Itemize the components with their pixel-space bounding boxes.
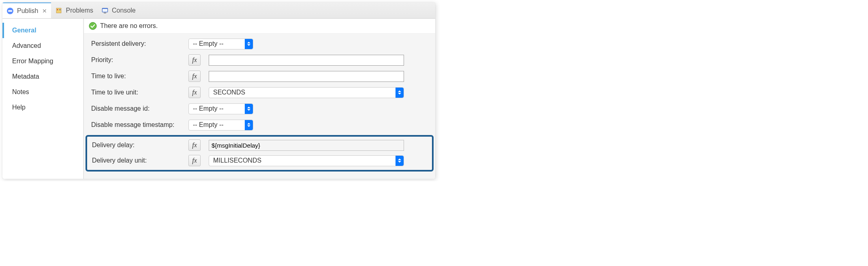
publish-icon (6, 7, 14, 15)
sidebar-item-notes[interactable]: Notes (2, 84, 83, 100)
highlighted-section: Delivery delay: fx Delivery delay unit: … (86, 135, 434, 172)
row-time-to-live: Time to live: fx (91, 70, 428, 82)
tab-publish[interactable]: Publish ✕ (2, 2, 51, 18)
close-icon[interactable]: ✕ (42, 8, 47, 14)
check-ok-icon (89, 22, 97, 30)
fx-button[interactable]: fx (188, 155, 201, 166)
svg-rect-2 (56, 8, 61, 13)
fx-button[interactable]: fx (188, 71, 201, 82)
ttl-unit-dropdown[interactable]: SECONDS (209, 87, 404, 98)
tab-label: Publish (17, 7, 38, 15)
persistent-delivery-dropdown[interactable]: -- Empty -- (188, 39, 253, 49)
delivery-delay-input[interactable] (209, 140, 404, 151)
row-priority: Priority: fx (91, 54, 428, 66)
status-text: There are no errors. (100, 22, 158, 30)
delivery-delay-unit-dropdown[interactable]: MILLISECONDS (209, 155, 404, 166)
sidebar-item-label: Notes (12, 88, 29, 95)
sidebar-item-label: General (12, 27, 36, 34)
row-time-to-live-unit: Time to live unit: fx SECONDS (91, 86, 428, 99)
chevron-updown-icon (245, 120, 253, 130)
svg-rect-7 (104, 13, 106, 13)
dropdown-value: SECONDS (209, 89, 396, 96)
tab-console[interactable]: Console (97, 2, 140, 19)
row-delivery-delay-unit: Delivery delay unit: fx MILLISECONDS (92, 154, 427, 167)
status-bar: There are no errors. (84, 19, 435, 34)
row-delivery-delay: Delivery delay: fx (92, 139, 427, 151)
chevron-updown-icon (245, 39, 253, 49)
label-delivery-delay-unit: Delivery delay unit: (92, 157, 188, 164)
svg-point-4 (60, 9, 61, 11)
sidebar-item-label: Advanced (12, 42, 41, 49)
tab-label: Console (112, 7, 136, 14)
dropdown-value: -- Empty -- (189, 40, 245, 47)
console-icon (101, 7, 109, 14)
sidebar-item-advanced[interactable]: Advanced (2, 38, 83, 54)
row-disable-message-id: Disable message id: -- Empty -- (91, 103, 428, 115)
svg-point-8 (89, 22, 96, 30)
tab-problems[interactable]: Problems (51, 2, 97, 19)
label-persistent-delivery: Persistent delivery: (91, 40, 188, 47)
main-content: There are no errors. Persistent delivery… (83, 19, 435, 179)
disable-message-timestamp-dropdown[interactable]: -- Empty -- (188, 120, 253, 131)
editor-panel: Publish ✕ Problems Console General Advan… (2, 2, 435, 179)
fx-button[interactable]: fx (188, 54, 201, 66)
label-delivery-delay: Delivery delay: (92, 142, 188, 149)
priority-input[interactable] (209, 55, 404, 66)
row-persistent-delivery: Persistent delivery: -- Empty -- (91, 38, 428, 50)
chevron-updown-icon (396, 88, 404, 98)
sidebar-item-error-mapping[interactable]: Error Mapping (2, 54, 83, 69)
label-ttl: Time to live: (91, 73, 188, 80)
row-disable-message-timestamp: Disable message timestamp: -- Empty -- (91, 119, 428, 131)
fx-button[interactable]: fx (188, 87, 201, 98)
dropdown-value: -- Empty -- (189, 121, 245, 129)
tab-bar: Publish ✕ Problems Console (2, 2, 435, 19)
svg-point-3 (57, 9, 58, 11)
sidebar-item-general[interactable]: General (2, 23, 83, 38)
chevron-updown-icon (245, 104, 253, 114)
label-ttl-unit: Time to live unit: (91, 89, 188, 96)
chevron-updown-icon (396, 156, 404, 166)
sidebar-item-help[interactable]: Help (2, 100, 83, 115)
fx-button[interactable]: fx (188, 139, 201, 151)
editor-body: General Advanced Error Mapping Metadata … (2, 19, 435, 179)
label-priority: Priority: (91, 56, 188, 64)
sidebar: General Advanced Error Mapping Metadata … (2, 19, 83, 179)
dropdown-value: MILLISECONDS (209, 157, 396, 164)
sidebar-item-metadata[interactable]: Metadata (2, 69, 83, 84)
sidebar-item-label: Error Mapping (12, 58, 53, 64)
sidebar-item-label: Metadata (12, 73, 39, 80)
tab-label: Problems (66, 7, 93, 14)
time-to-live-input[interactable] (209, 71, 404, 82)
dropdown-value: -- Empty -- (189, 105, 245, 112)
sidebar-item-label: Help (12, 104, 26, 111)
svg-rect-1 (8, 10, 12, 12)
problems-icon (55, 7, 62, 14)
disable-message-id-dropdown[interactable]: -- Empty -- (188, 103, 253, 114)
label-disable-msg-id: Disable message id: (91, 105, 188, 112)
form-area: Persistent delivery: -- Empty -- Priorit… (84, 34, 435, 179)
svg-rect-6 (103, 9, 107, 12)
label-disable-msg-ts: Disable message timestamp: (91, 121, 188, 129)
